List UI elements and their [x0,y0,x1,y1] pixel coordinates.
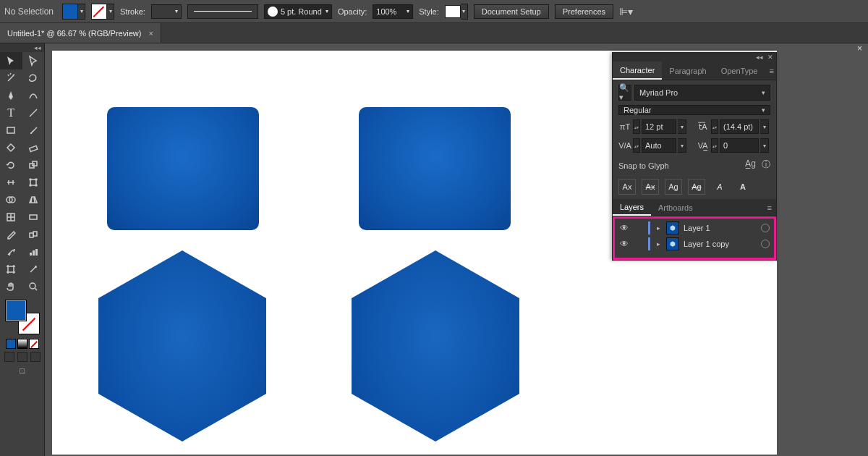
tab-layers[interactable]: Layers [613,199,651,216]
line-tool[interactable] [22,104,45,122]
pen-tool[interactable] [0,87,22,104]
draw-inside[interactable] [30,352,41,362]
document-tab[interactable]: Untitled-1* @ 66.67 % (RGB/Preview) × [0,23,161,43]
mesh-tool[interactable] [0,208,22,226]
blend-tool[interactable] [22,226,45,243]
leading-field[interactable]: (14.4 pt) [720,119,759,134]
snap-glyph-bounds[interactable]: Ag [665,179,682,195]
right-panel-group: ◂◂✕ Character Paragraph OpenType ≡ 🔍▾ My… [612,52,777,261]
visibility-icon[interactable]: 👁 [619,239,629,249]
document-setup-button[interactable]: Document Setup [474,4,549,19]
opacity-field[interactable]: 100% [373,4,413,19]
selection-tool[interactable] [0,52,22,69]
kerning-stepper[interactable]: ▴▾ [633,138,640,153]
rectangle-tool[interactable] [0,122,22,139]
close-icon[interactable]: × [148,29,153,38]
font-search-icon[interactable]: 🔍▾ [618,85,631,101]
perspective-grid-tool[interactable] [22,191,45,208]
align-icon[interactable]: ⊫▾ [619,6,633,17]
snap-xheight[interactable]: Ax [642,179,659,195]
snap-proximity-a[interactable]: A [711,179,728,195]
font-style-dropdown[interactable]: Regular [618,105,770,115]
tab-artboards[interactable]: Artboards [651,199,700,216]
font-size-field[interactable]: 12 pt [642,119,676,134]
slice-tool[interactable] [22,261,45,278]
layers-menu-icon[interactable]: ≡ [763,203,776,212]
kerning-field[interactable]: Auto [642,138,676,153]
artboard[interactable]: ◂◂✕ Character Paragraph OpenType ≡ 🔍▾ My… [52,51,777,455]
color-mode-gradient[interactable] [17,339,27,349]
rotate-tool[interactable] [0,156,22,174]
stroke-swatch[interactable]: ▾ [91,4,114,20]
tab-paragraph[interactable]: Paragraph [662,62,713,80]
screen-mode-icon[interactable]: ⊡ [0,366,44,376]
symbol-sprayer-tool[interactable] [0,243,22,261]
direct-selection-tool[interactable] [22,52,45,69]
layer-name[interactable]: Layer 1 [684,224,757,232]
layer-name[interactable]: Layer 1 copy [684,240,757,248]
eyedropper-tool[interactable] [0,226,22,243]
graphic-style-swatch[interactable]: ▾ [445,4,468,20]
glyph-bounds-icon[interactable]: A̲g [745,159,756,171]
fill-stroke-swatch[interactable] [5,300,40,334]
paintbrush-tool[interactable] [22,122,45,139]
tracking-field[interactable]: 0 [720,138,759,153]
layer-row[interactable]: 👁 ▸ ⬢ Layer 1 [615,220,774,236]
kerning-dropdown[interactable]: ▾ [678,138,686,153]
layer-row[interactable]: 👁 ▸ ⬢ Layer 1 copy [615,236,774,252]
shaper-tool[interactable] [0,139,22,156]
fill-swatch[interactable]: ▾ [62,4,85,20]
snap-descender[interactable]: Ag [688,179,705,195]
color-mode-none[interactable] [29,339,39,349]
font-size-stepper[interactable]: ▴▾ [633,119,640,134]
target-icon[interactable] [761,240,770,248]
stroke-dash-preview[interactable] [187,4,258,19]
leading-stepper[interactable]: ▴▾ [711,119,718,134]
snap-baseline[interactable]: Ax [618,179,636,195]
curvature-tool[interactable] [22,87,45,104]
rounded-rectangle-shape[interactable] [359,107,511,230]
panel-collapse-bar[interactable]: ◂◂✕ [613,53,776,62]
panel-menu-icon[interactable]: ≡ [765,67,778,75]
panel-close-icon[interactable]: ✕ [767,54,773,61]
info-icon[interactable]: ⓘ [762,159,770,171]
expand-icon[interactable]: ▸ [655,224,662,232]
tracking-dropdown[interactable]: ▾ [760,138,769,153]
eraser-tool[interactable] [22,139,45,156]
magic-wand-tool[interactable] [0,69,22,87]
draw-normal[interactable] [4,352,14,362]
toolbox-collapse[interactable]: ◂◂ [0,43,44,52]
artboard-tool[interactable] [0,261,22,278]
color-mode-solid[interactable] [6,339,16,349]
free-transform-tool[interactable] [22,174,45,191]
column-graph-tool[interactable] [22,243,45,261]
lasso-tool[interactable] [22,69,45,87]
preferences-button[interactable]: Preferences [555,4,613,19]
scale-tool[interactable] [22,156,45,174]
tab-opentype[interactable]: OpenType [714,62,765,80]
expand-icon[interactable]: ▸ [655,240,662,248]
snap-angular[interactable]: A [734,179,752,195]
stroke-weight-dropdown[interactable] [151,4,182,19]
type-tool[interactable]: T [0,104,22,122]
shape-builder-tool[interactable] [0,191,22,208]
rounded-rectangle-shape[interactable] [107,107,259,230]
target-icon[interactable] [761,224,770,232]
visibility-icon[interactable]: 👁 [619,223,629,233]
leading-dropdown[interactable]: ▾ [760,119,769,134]
font-size-dropdown[interactable]: ▾ [678,119,686,134]
hexagon-shape[interactable] [352,250,519,442]
draw-behind[interactable] [17,352,27,362]
tracking-stepper[interactable]: ▴▾ [711,138,718,153]
hand-tool[interactable] [0,278,22,295]
canvas-close-icon[interactable]: × [857,43,862,54]
hexagon-shape[interactable] [98,250,266,442]
fill-color-swatch[interactable] [5,300,27,321]
collapse-icon[interactable]: ◂◂ [756,54,763,61]
width-tool[interactable] [0,174,22,191]
zoom-tool[interactable] [22,278,45,295]
stroke-profile-dropdown[interactable]: 5 pt. Round [264,4,332,19]
font-family-dropdown[interactable]: Myriad Pro [634,85,770,101]
tab-character[interactable]: Character [613,62,662,80]
gradient-tool[interactable] [22,208,45,226]
